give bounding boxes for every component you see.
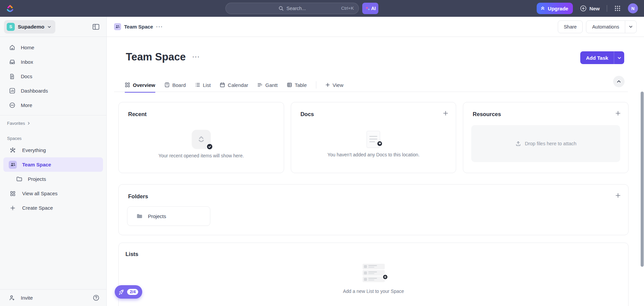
recent-empty-icon <box>192 130 211 149</box>
docs-card-body: You haven't added any Docs to this locat… <box>298 120 449 168</box>
sidebar-item-label: Dashboards <box>21 88 48 94</box>
sidebar-item-inbox[interactable]: Inbox <box>0 55 106 69</box>
sidebar-item-label: More <box>21 102 32 108</box>
folders-card: Folders Projects <box>118 184 629 235</box>
folder-icon <box>136 213 143 219</box>
sidebar-item-docs[interactable]: Docs <box>0 69 106 84</box>
add-task-button[interactable]: Add Task <box>580 51 614 64</box>
tab-label: Gantt <box>265 82 278 88</box>
sidebar-item-label: Docs <box>21 73 32 79</box>
lists-card-body: Add a new List to your Space <box>119 264 628 294</box>
tab-label: Table <box>295 82 307 88</box>
upgrade-button[interactable]: Upgrade <box>537 3 573 14</box>
automations-chevron-button[interactable] <box>625 21 636 33</box>
more-circle-icon <box>9 102 15 108</box>
file-dropzone[interactable]: Drop files here to attach <box>471 125 620 162</box>
tab-table[interactable]: Table <box>287 78 307 92</box>
collapse-header-button[interactable] <box>613 76 625 87</box>
workspace-switcher[interactable]: S Supademo <box>4 20 55 34</box>
progress-count-badge: 2/4 <box>127 289 138 295</box>
add-doc-button[interactable] <box>443 110 448 116</box>
user-avatar[interactable]: N <box>628 3 638 13</box>
add-task-chevron-button[interactable] <box>614 51 624 64</box>
new-button[interactable]: New <box>580 5 600 12</box>
clickup-logo-icon[interactable] <box>5 4 15 13</box>
automations-button[interactable]: Automations <box>586 21 625 33</box>
add-resource-button[interactable] <box>615 110 621 116</box>
search-shortcut: Ctrl+K <box>341 6 354 11</box>
team-space-icon <box>9 161 17 169</box>
invite-label: Invite <box>21 295 33 301</box>
sidebar-item-everything[interactable]: Everything <box>0 143 106 157</box>
page-title: Team Space <box>126 51 186 63</box>
tab-gantt[interactable]: Gantt <box>257 78 278 92</box>
upgrade-icon <box>540 6 545 11</box>
spaces-label: Spaces <box>7 136 21 141</box>
sidebar-item-label: Inbox <box>21 59 33 65</box>
sidebar-item-view-all-spaces[interactable]: View all Spaces <box>0 186 106 201</box>
invite-button[interactable]: Invite <box>9 295 33 301</box>
table-icon <box>287 82 292 88</box>
heart-badge-icon <box>377 141 383 147</box>
tab-list[interactable]: List <box>195 78 211 92</box>
inbox-icon <box>9 59 15 65</box>
tab-add-view[interactable]: View <box>325 78 343 92</box>
ai-button[interactable]: AI <box>362 3 378 14</box>
header-actions: Share Automations <box>558 20 637 33</box>
sparkle-icon <box>365 6 370 11</box>
sidebar-item-more[interactable]: More <box>0 98 106 112</box>
breadcrumb[interactable]: Team Space ··· <box>114 23 163 30</box>
tab-calendar[interactable]: Calendar <box>220 78 248 92</box>
sidebar-nav: Home Inbox Docs Dashboards More <box>0 37 106 115</box>
card-title: Docs <box>301 111 314 117</box>
upload-icon <box>515 141 521 147</box>
share-button[interactable]: Share <box>558 20 583 33</box>
search-input[interactable]: Search... Ctrl+K <box>225 3 359 14</box>
spaces-section-label: Spaces <box>0 136 106 141</box>
topbar-right-cluster: Upgrade New N <box>537 0 638 17</box>
page-title-more-icon[interactable]: ··· <box>193 54 200 60</box>
tabs-separator <box>316 81 316 89</box>
workspace-name: Supademo <box>18 24 44 30</box>
topbar-divider <box>607 5 607 12</box>
check-badge-icon <box>206 143 213 150</box>
recent-empty-text: Your recent opened items will show here. <box>158 153 244 158</box>
sidebar-item-home[interactable]: Home <box>0 40 106 55</box>
list-icon <box>195 82 200 88</box>
recent-card: Recent Your recent opened items will sho… <box>118 102 284 173</box>
breadcrumb-more-icon[interactable]: ··· <box>156 24 163 30</box>
lists-empty-text[interactable]: Add a new List to your Space <box>343 289 404 294</box>
sidebar-item-dashboards[interactable]: Dashboards <box>0 84 106 98</box>
favorites-section-label[interactable]: Favorites <box>0 121 106 126</box>
sidebar-item-team-space[interactable]: Team Space <box>3 157 103 172</box>
docs-card: Docs You haven't added any Docs to this … <box>291 102 457 173</box>
tab-label: List <box>203 82 211 88</box>
sidebar-toggle-icon[interactable] <box>92 23 100 30</box>
add-folder-button[interactable] <box>615 193 621 198</box>
tab-board[interactable]: Board <box>164 78 186 92</box>
upgrade-label: Upgrade <box>548 6 568 11</box>
sidebar: S Supademo Home Inbox Docs <box>0 17 107 306</box>
sidebar-footer: Invite <box>0 289 106 306</box>
sidebar-item-label: Everything <box>22 147 46 153</box>
page-title-row: Team Space ··· <box>126 51 200 63</box>
folder-item-projects[interactable]: Projects <box>127 206 210 226</box>
document-icon <box>9 73 15 80</box>
apps-grid-icon[interactable] <box>614 5 621 12</box>
sidebar-item-create-space[interactable]: Create Space <box>0 201 106 215</box>
dashboard-icon <box>9 88 15 94</box>
lists-empty-icon <box>363 264 385 282</box>
share-label: Share <box>564 24 577 30</box>
tab-overview[interactable]: Overview <box>125 79 155 93</box>
sidebar-item-label: Team Space <box>22 162 51 167</box>
tab-label: Calendar <box>228 82 248 88</box>
chevron-right-icon <box>27 121 31 125</box>
help-icon[interactable] <box>93 294 100 301</box>
vertical-scrollbar[interactable] <box>641 92 644 267</box>
overview-icon <box>125 82 130 88</box>
workspace-avatar: S <box>7 23 15 31</box>
onboarding-progress-pill[interactable]: 2/4 <box>115 285 142 299</box>
card-title: Lists <box>125 251 139 257</box>
sidebar-item-projects[interactable]: Projects <box>0 172 106 186</box>
docs-empty-text: You haven't added any Docs to this locat… <box>327 152 420 157</box>
